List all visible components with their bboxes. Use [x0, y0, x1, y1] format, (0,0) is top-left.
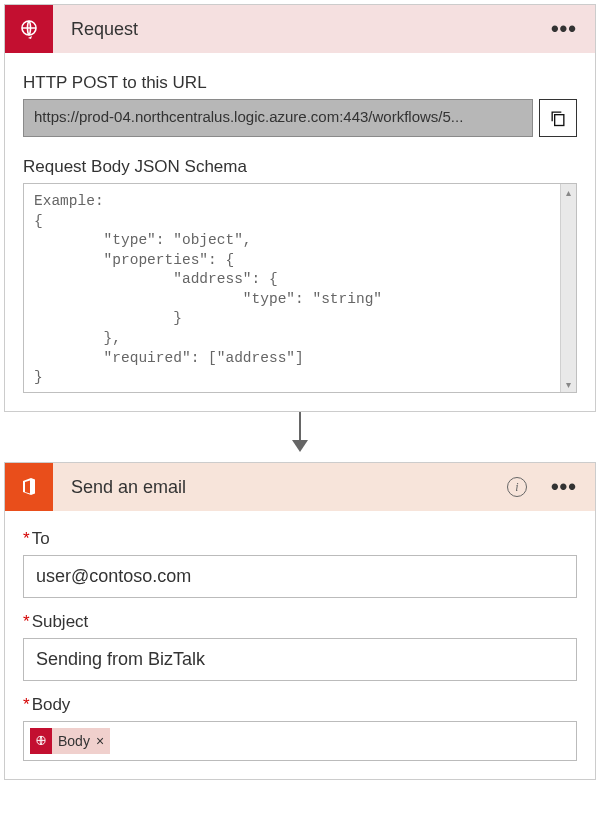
- flow-connector-arrow: [4, 412, 596, 462]
- token-source-icon-tile: [30, 728, 52, 754]
- request-card-header[interactable]: Request •••: [5, 5, 595, 53]
- info-icon: i: [515, 480, 518, 495]
- request-card-title: Request: [53, 19, 545, 40]
- connector-line: [299, 412, 301, 440]
- send-email-card-title: Send an email: [53, 477, 507, 498]
- send-email-card-header[interactable]: Send an email i •••: [5, 463, 595, 511]
- globe-icon: [34, 734, 48, 748]
- body-field[interactable]: Body ×: [23, 721, 577, 761]
- request-card-body: HTTP POST to this URL https://prod-04.no…: [5, 53, 595, 411]
- to-label: *To: [23, 529, 577, 549]
- request-more-button[interactable]: •••: [545, 23, 583, 35]
- token-label: Body: [58, 733, 90, 749]
- request-card: Request ••• HTTP POST to this URL https:…: [4, 4, 596, 412]
- info-button[interactable]: i: [507, 477, 527, 497]
- body-token[interactable]: Body ×: [30, 728, 110, 754]
- globe-icon: [17, 17, 41, 41]
- scroll-up-icon[interactable]: ▴: [561, 184, 576, 200]
- subject-label: *Subject: [23, 612, 577, 632]
- required-asterisk: *: [23, 529, 30, 548]
- request-icon-tile: [5, 5, 53, 53]
- required-asterisk: *: [23, 695, 30, 714]
- to-field[interactable]: [23, 555, 577, 598]
- schema-label: Request Body JSON Schema: [23, 157, 577, 177]
- send-email-card-body: *To *Subject *Body Body ×: [5, 511, 595, 779]
- schema-textarea[interactable]: Example: { "type": "object", "properties…: [23, 183, 577, 393]
- office-icon-tile: [5, 463, 53, 511]
- required-asterisk: *: [23, 612, 30, 631]
- token-remove-button[interactable]: ×: [96, 733, 104, 749]
- url-row: https://prod-04.northcentralus.logic.azu…: [23, 99, 577, 137]
- copy-icon: [548, 108, 568, 128]
- copy-url-button[interactable]: [539, 99, 577, 137]
- scroll-down-icon[interactable]: ▾: [561, 376, 576, 392]
- schema-content: Example: { "type": "object", "properties…: [24, 184, 576, 392]
- body-label: *Body: [23, 695, 577, 715]
- send-email-card: Send an email i ••• *To *Subject *Body B…: [4, 462, 596, 780]
- subject-field[interactable]: [23, 638, 577, 681]
- schema-scrollbar[interactable]: ▴ ▾: [560, 184, 576, 392]
- url-readonly-field[interactable]: https://prod-04.northcentralus.logic.azu…: [23, 99, 533, 137]
- office-icon: [17, 475, 41, 499]
- url-label: HTTP POST to this URL: [23, 73, 577, 93]
- chevron-down-icon: [292, 440, 308, 452]
- svg-rect-1: [555, 115, 564, 126]
- send-email-more-button[interactable]: •••: [545, 481, 583, 493]
